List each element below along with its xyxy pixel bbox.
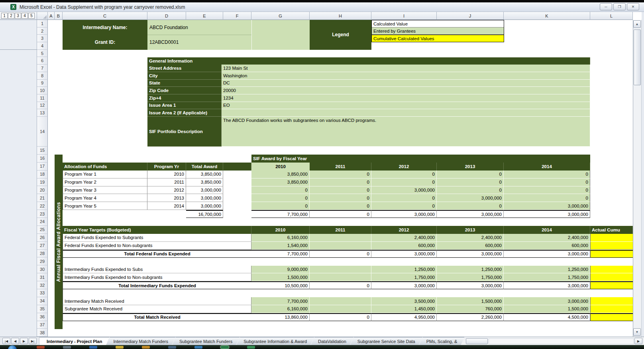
cell[interactable]: Intermediary Funds Expended to Subs [63,266,251,274]
cell[interactable]: 0 [310,313,371,321]
cell[interactable] [147,210,186,218]
last-sheet-button[interactable]: ▶| [29,338,37,344]
taskbar-icon-app-steel[interactable] [168,346,176,349]
horizontal-scroll-track[interactable] [489,338,634,344]
cell[interactable] [590,305,633,313]
cell[interactable] [371,258,437,266]
row-header[interactable]: 15 [37,147,48,155]
row-header[interactable]: 25 [37,226,48,234]
column-header[interactable]: I [371,12,437,20]
cell[interactable]: 1,750,000 [437,273,504,281]
legend-item[interactable]: Cumulative Calculated Values [372,35,504,42]
row-header[interactable]: 33 [37,289,48,297]
general-info-value[interactable] [222,109,590,117]
row-header[interactable]: 38 [37,329,48,337]
row-header[interactable]: 10 [37,87,48,94]
cell[interactable]: 0 [251,194,310,202]
general-info-value[interactable]: EO [222,102,590,110]
cell[interactable]: 1,540,000 [251,242,310,250]
cell[interactable]: 0 [310,178,371,186]
sheet-grid[interactable]: Intermediary Name: Grant ID: ABCD Founda… [48,20,633,337]
outline-level-button[interactable]: 2 [8,13,14,19]
cell[interactable] [310,234,371,242]
cell[interactable]: 16,700,000 [186,210,223,218]
taskbar-icon-app-excel[interactable] [221,346,229,349]
vertical-scroll-thumb[interactable] [634,29,641,85]
row-header[interactable]: 11 [37,94,48,102]
row-header[interactable]: 9 [37,80,48,87]
cell[interactable] [504,258,590,266]
cell[interactable] [371,289,437,297]
cell[interactable]: 2,400,000 [504,234,590,242]
cell[interactable]: 3,850,000 [186,178,223,186]
cell[interactable] [223,171,251,178]
cell[interactable]: Program Year 2 [63,178,147,186]
cell[interactable]: 3,000,000 [437,250,504,258]
taskbar-icon-app-yellow[interactable] [116,346,124,349]
row-header[interactable]: 3 [37,35,48,42]
sheet-tab[interactable]: Intermediary - Project Plan [39,337,109,345]
cell[interactable]: 3,000,000 [371,210,437,218]
cell[interactable]: 1,500,000 [504,305,590,313]
cell[interactable] [590,297,633,305]
taskbar-icon-app-gray[interactable] [63,346,71,349]
cell[interactable]: 760,000 [437,305,504,313]
cell[interactable]: 2010 [147,171,186,178]
cell[interactable]: 0 [310,171,371,178]
column-header[interactable]: H [310,12,371,20]
cell[interactable]: 0 [310,194,371,202]
cell[interactable]: 0 [504,186,590,194]
general-info-value[interactable]: 1234 [222,94,590,102]
sheet-tab[interactable]: Subgrantee Service Site Data [350,337,422,345]
cell[interactable]: 6,160,000 [251,234,310,242]
legend-item[interactable]: Entered by Grantees [372,27,504,35]
column-header[interactable]: D [147,12,186,20]
row-header[interactable]: 20 [37,186,48,194]
cell[interactable]: 3,000,000 [186,194,223,202]
cell[interactable] [223,202,251,210]
cell[interactable] [590,273,633,281]
legend-item[interactable]: Calculated Value [372,20,504,27]
scroll-down-button[interactable]: ▼ [633,328,641,336]
horizontal-scroll-thumb[interactable] [466,338,488,344]
cell[interactable]: 3,000,000 [504,297,590,305]
cell[interactable]: 1,750,000 [504,273,590,281]
cell[interactable]: 3,000,000 [504,281,590,289]
sheet-tab[interactable]: Subgrantee Match Funders [172,337,240,345]
cell[interactable] [63,289,251,297]
cell[interactable]: 3,000,000 [186,186,223,194]
cell[interactable]: 4,500,000 [504,313,590,321]
previous-sheet-button[interactable]: ◀ [11,338,19,344]
cell[interactable]: Total Match Received [63,313,251,321]
taskbar-icon-app-blue[interactable] [89,346,97,349]
cell[interactable] [310,242,371,250]
cell[interactable] [437,258,504,266]
row-header[interactable]: 23 [37,210,48,218]
row-header[interactable]: 35 [37,305,48,313]
cell[interactable]: 1,250,000 [504,266,590,274]
row-header[interactable]: 24 [37,218,48,226]
cell[interactable] [590,250,633,258]
sheet-tab[interactable]: PMs, Scaling, & [419,337,465,345]
row-header[interactable]: 37 [37,321,48,329]
cell[interactable]: 0 [310,281,371,289]
cell[interactable]: 0 [504,178,590,186]
horizontal-scrollbar[interactable]: ▶ [464,337,644,345]
cell[interactable]: 3,000,000 [437,210,504,218]
cell[interactable]: 3,500,000 [371,297,437,305]
row-header[interactable]: 32 [37,281,48,289]
cell[interactable]: 0 [371,171,437,178]
column-header[interactable]: K [504,12,590,20]
intermediary-name-value[interactable]: ABCD Foundation [149,20,249,35]
scroll-right-button[interactable]: ▶ [634,338,642,344]
cell[interactable]: 0 [310,186,371,194]
cell[interactable]: 0 [310,202,371,210]
cell[interactable] [590,289,633,297]
cell[interactable] [310,305,371,313]
taskbar-icon-app-orange[interactable] [37,346,45,349]
cell[interactable] [310,289,371,297]
cell[interactable]: 7,700,000 [251,250,310,258]
cell[interactable]: 10,500,000 [251,281,310,289]
cell[interactable]: Program Year 5 [63,202,147,210]
row-header[interactable]: 4 [37,42,48,50]
